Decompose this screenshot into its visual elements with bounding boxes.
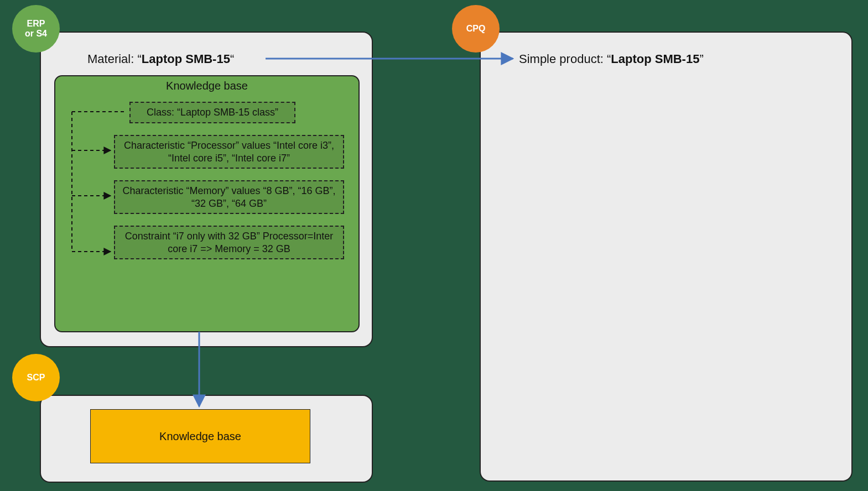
- kb-characteristic-processor: Characteristic “Processor” values “Intel…: [114, 135, 344, 169]
- erp-material-prefix: Material: “: [87, 52, 142, 66]
- erp-knowledge-base-box: Knowledge base Class: “Laptop SMB-15 cla…: [54, 75, 360, 332]
- cpq-product-name: Laptop SMB-15: [611, 52, 699, 66]
- erp-material-suffix: “: [230, 52, 234, 66]
- scp-knowledge-base-box: Knowledge base: [90, 409, 310, 463]
- kb-class-box: Class: “Laptop SMB-15 class”: [129, 102, 295, 123]
- scp-badge: SCP: [12, 354, 60, 401]
- cpq-panel: [480, 32, 853, 482]
- kb-characteristic-memory: Characteristic “Memory” values “8 GB”, “…: [114, 180, 344, 214]
- erp-material-title: Material: “Laptop SMB-15“: [87, 52, 234, 66]
- erp-badge: ERP or S4: [12, 5, 60, 53]
- cpq-product-suffix: ”: [699, 52, 703, 66]
- cpq-badge: CPQ: [452, 5, 500, 53]
- scp-kb-label: Knowledge base: [159, 430, 241, 443]
- cpq-product-prefix: Simple product: “: [519, 52, 611, 66]
- erp-material-name: Laptop SMB-15: [142, 52, 230, 66]
- kb-constraint: Constraint “i7 only with 32 GB” Processo…: [114, 226, 344, 259]
- erp-kb-title: Knowledge base: [55, 80, 358, 92]
- cpq-product-title: Simple product: “Laptop SMB-15”: [519, 52, 704, 66]
